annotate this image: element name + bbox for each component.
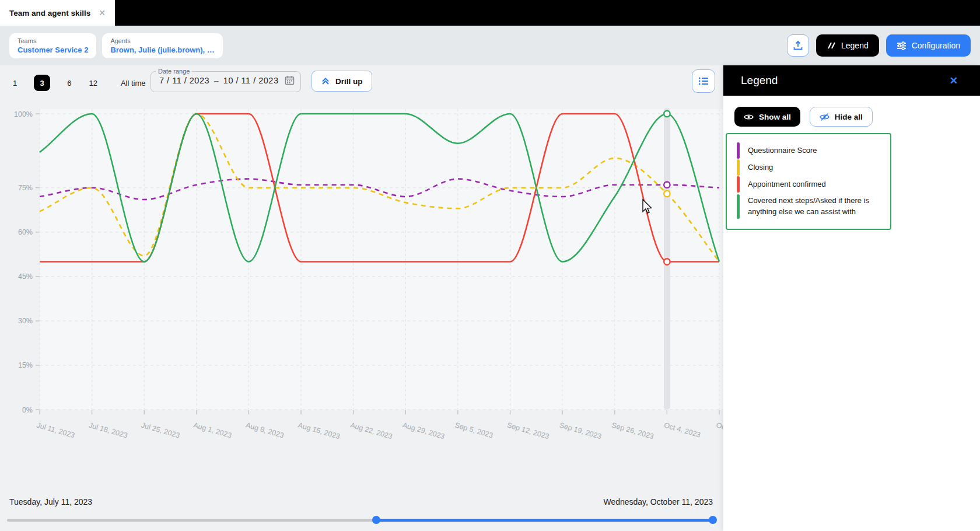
svg-text:30%: 30% — [18, 317, 33, 325]
legend-panel: Legend ✕ Show all Hide all — [723, 65, 980, 531]
eye-off-icon — [820, 113, 830, 121]
sliders-icon — [897, 41, 907, 50]
list-icon — [698, 76, 709, 86]
date-range-separator: – — [214, 76, 219, 85]
hide-all-label: Hide all — [835, 113, 863, 121]
legend-panel-buttons: Show all Hide all — [734, 107, 873, 127]
eye-icon — [744, 113, 754, 121]
drill-up-label: Drill up — [335, 77, 363, 86]
hide-all-button[interactable]: Hide all — [810, 107, 873, 127]
chart-region: 1 3 6 12 All time Date range 7 / 11 / 20… — [0, 65, 723, 531]
svg-text:Aug 29, 2023: Aug 29, 2023 — [401, 421, 445, 441]
app-root: Team and agent skills ✕ Teams Customer S… — [0, 0, 980, 531]
legend-panel-close-icon[interactable]: ✕ — [950, 75, 958, 87]
timeline-end-label: Wednesday, October 11, 2023 — [603, 497, 713, 506]
svg-text:60%: 60% — [18, 228, 33, 236]
double-chevron-up-icon — [321, 76, 330, 86]
selected-point-marker — [664, 111, 670, 117]
slider-handle-end[interactable] — [709, 516, 717, 524]
legend-color-bar — [737, 176, 740, 193]
teams-filter-label: Teams — [18, 37, 88, 44]
date-range-start[interactable]: 7 / 11 / 2023 — [159, 76, 209, 85]
configuration-button[interactable]: Configuration — [886, 34, 971, 57]
svg-text:75%: 75% — [18, 184, 33, 192]
svg-text:Aug 22, 2023: Aug 22, 2023 — [349, 421, 393, 441]
date-range-values: 7 / 11 / 2023 – 10 / 11 / 2023 — [151, 75, 300, 85]
tab-team-and-agent-skills[interactable]: Team and agent skills ✕ — [0, 0, 115, 26]
legend-color-bar — [737, 159, 740, 176]
tab-title: Team and agent skills — [9, 9, 90, 18]
legend-button-label: Legend — [841, 41, 869, 50]
header: Teams Customer Service 2 Agents Brown, J… — [0, 26, 980, 65]
date-range-field[interactable]: Date range 7 / 11 / 2023 – 10 / 11 / 202… — [150, 68, 301, 92]
agents-filter-value: Brown, Julie (julie.brown), … — [110, 46, 214, 54]
legend-button[interactable]: Legend — [816, 34, 879, 57]
legend-item-appointment-confirmed[interactable]: Appointment confirmed — [737, 176, 881, 193]
export-upload-icon — [793, 40, 803, 51]
svg-text:Sep 26, 2023: Sep 26, 2023 — [611, 421, 654, 441]
teams-filter-chip[interactable]: Teams Customer Service 2 — [9, 33, 96, 58]
svg-text:Oct 11, 2023: Oct 11, 2023 — [715, 421, 723, 440]
show-all-button[interactable]: Show all — [734, 107, 800, 127]
calendar-icon[interactable] — [285, 75, 295, 85]
range-12[interactable]: 12 — [80, 79, 106, 88]
teams-filter-value: Customer Service 2 — [18, 46, 88, 54]
export-button[interactable] — [787, 34, 809, 57]
tab-bar: Team and agent skills ✕ — [0, 0, 980, 26]
legend-panel-title: Legend — [741, 74, 778, 87]
svg-text:Sep 12, 2023: Sep 12, 2023 — [506, 421, 550, 441]
slider-active-range[interactable] — [376, 519, 713, 522]
selected-point-marker — [664, 258, 670, 264]
legend-panel-header: Legend ✕ — [723, 65, 980, 96]
timeline-start-label: Tuesday, July 11, 2023 — [9, 497, 92, 506]
range-all-time[interactable]: All time — [106, 79, 155, 88]
svg-text:Jul 25, 2023: Jul 25, 2023 — [140, 421, 180, 439]
range-6[interactable]: 6 — [58, 79, 80, 88]
legend-item-label: Appointment confirmed — [748, 177, 826, 193]
svg-text:Oct 4, 2023: Oct 4, 2023 — [663, 421, 702, 439]
legend-strokes-icon — [827, 41, 836, 50]
legend-item-closing[interactable]: Closing — [737, 159, 881, 176]
legend-item-label: Closing — [748, 160, 773, 176]
legend-item-questionnaire-score[interactable]: Questionnaire Score — [737, 142, 881, 159]
agents-filter-chip[interactable]: Agents Brown, Julie (julie.brown), … — [102, 33, 222, 58]
range-3-selected[interactable]: 3 — [34, 75, 50, 91]
date-range-end[interactable]: 10 / 11 / 2023 — [223, 76, 279, 85]
legend-item-label: Covered next steps/Asked if there is any… — [748, 193, 881, 220]
svg-text:0%: 0% — [22, 406, 33, 414]
svg-text:Aug 15, 2023: Aug 15, 2023 — [297, 421, 341, 441]
configuration-button-label: Configuration — [912, 41, 960, 50]
legend-color-bar — [737, 142, 740, 159]
time-range-selector: 1 3 6 12 All time — [0, 74, 155, 92]
svg-text:Sep 5, 2023: Sep 5, 2023 — [454, 421, 494, 439]
drill-up-button[interactable]: Drill up — [312, 71, 372, 92]
svg-text:15%: 15% — [18, 361, 33, 369]
svg-text:Jul 18, 2023: Jul 18, 2023 — [88, 421, 128, 439]
svg-text:100%: 100% — [14, 110, 33, 118]
selected-point-marker — [664, 191, 670, 197]
range-1[interactable]: 1 — [0, 79, 26, 88]
svg-text:Aug 1, 2023: Aug 1, 2023 — [192, 421, 233, 439]
legend-color-bar — [737, 194, 740, 219]
agents-filter-label: Agents — [110, 37, 214, 44]
show-all-label: Show all — [759, 113, 791, 121]
tab-close-icon[interactable]: ✕ — [99, 8, 106, 18]
svg-text:45%: 45% — [18, 273, 33, 281]
svg-text:Sep 19, 2023: Sep 19, 2023 — [558, 421, 602, 441]
legend-item-label: Questionnaire Score — [748, 143, 817, 159]
slider-handle-start[interactable] — [372, 516, 380, 524]
date-range-label: Date range — [156, 68, 192, 75]
list-view-button[interactable] — [692, 69, 715, 93]
svg-text:Aug 8, 2023: Aug 8, 2023 — [245, 421, 285, 439]
selected-point-marker — [664, 181, 670, 187]
line-chart[interactable]: 0%15%30%45%60%75%100%Jul 11, 2023Jul 18,… — [0, 93, 723, 467]
svg-text:Jul 11, 2023: Jul 11, 2023 — [36, 421, 75, 439]
legend-items-box: Questionnaire Score Closing Appointment … — [726, 133, 891, 230]
timeline-range-slider[interactable] — [7, 516, 716, 524]
legend-item-covered-next-steps[interactable]: Covered next steps/Asked if there is any… — [737, 193, 881, 220]
header-actions: Legend Configuration — [787, 34, 971, 57]
